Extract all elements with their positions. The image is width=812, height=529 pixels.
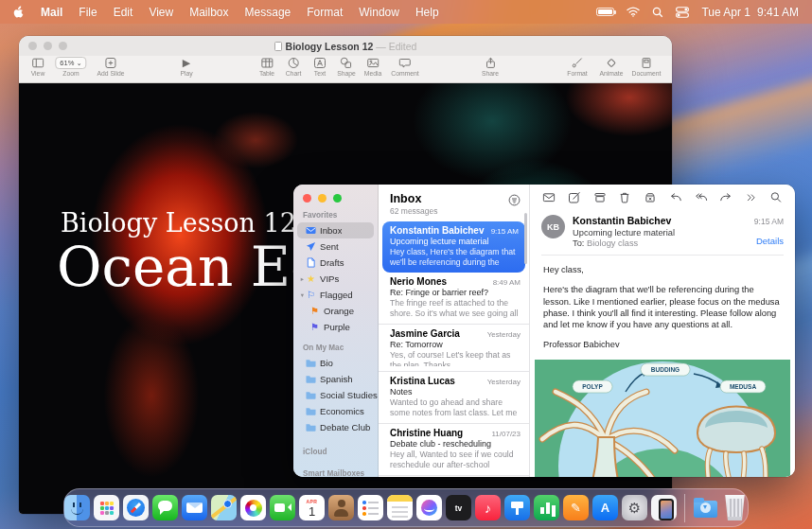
dock-mail-icon[interactable] — [182, 495, 207, 520]
chevron-right-icon[interactable]: ▸ — [299, 275, 306, 283]
dock-contacts-icon[interactable] — [328, 495, 354, 520]
delete-button[interactable] — [618, 191, 631, 203]
menu-edit[interactable]: Edit — [114, 6, 133, 19]
dock-keynote-icon[interactable] — [504, 495, 530, 520]
dock-safari-icon[interactable] — [123, 495, 149, 520]
keynote-chart-button[interactable]: Chart — [286, 56, 302, 77]
dock-appstore-icon[interactable]: A — [592, 495, 618, 520]
message-row[interactable]: Kristina LucasYesterday Notes Wanted to … — [379, 371, 529, 423]
dock-trash-icon[interactable] — [722, 495, 748, 520]
keynote-document-button[interactable]: Document — [632, 56, 662, 77]
sidebar-item-orange-flag[interactable]: ⚑ Orange — [293, 303, 378, 319]
sidebar-item-bio[interactable]: Bio — [293, 355, 378, 371]
more-actions-button[interactable] — [745, 192, 757, 203]
sidebar-header-icloud[interactable]: iCloud — [293, 435, 378, 459]
battery-icon[interactable] — [596, 8, 614, 16]
search-icon[interactable] — [769, 191, 783, 203]
archive-button[interactable] — [593, 191, 607, 203]
forward-button[interactable] — [719, 191, 733, 203]
sidebar-item-vips[interactable]: ▸ ★ VIPs — [293, 271, 378, 287]
close-button[interactable] — [303, 194, 311, 203]
dock-settings-icon[interactable]: ⚙ — [622, 495, 647, 520]
dock-launchpad-icon[interactable] — [94, 495, 119, 520]
dock-finder-icon[interactable] — [64, 495, 90, 520]
keynote-share-button[interactable]: Share — [482, 56, 499, 77]
sidebar-header-on-my-mac: On My Mac — [293, 335, 378, 355]
zoom-value-dropdown[interactable]: 61% ⌄ — [55, 57, 86, 69]
message-row[interactable]: Nerio Mones8:49 AM Re: Fringe or barrier… — [379, 273, 529, 324]
message-row[interactable]: Christine Huang11/07/23 Debate club - re… — [379, 423, 529, 475]
menu-bar-clock[interactable]: Tue Apr 1 9:41 AM — [701, 6, 799, 19]
wifi-icon[interactable] — [627, 7, 640, 17]
spotlight-search-icon[interactable] — [652, 7, 663, 18]
dock-messages-icon[interactable] — [152, 495, 178, 520]
reply-all-button[interactable] — [695, 191, 708, 203]
keynote-format-button[interactable]: Format — [567, 56, 588, 77]
menu-file[interactable]: File — [79, 6, 97, 19]
menu-window[interactable]: Window — [359, 6, 399, 19]
filter-icon[interactable] — [508, 194, 521, 208]
sidebar-item-flagged[interactable]: ▾ ⚐ Flagged — [293, 287, 378, 303]
keynote-text-button[interactable]: Text — [314, 56, 327, 77]
keynote-comment-button[interactable]: Comment — [391, 56, 418, 77]
keynote-zoom-control[interactable]: 61% ⌄ Zoom — [55, 56, 86, 77]
message-row-selected[interactable]: Konstantin Babichev9:15 AM Upcoming lect… — [382, 221, 525, 273]
keynote-add-slide-button[interactable]: Add Slide — [97, 56, 124, 77]
apple-menu[interactable] — [13, 6, 25, 19]
dock-reminders-icon[interactable] — [358, 495, 383, 520]
medusa-label: MEDUSA — [730, 383, 756, 390]
sidebar-item-inbox[interactable]: Inbox — [297, 222, 374, 238]
sidebar-item-spanish[interactable]: Spanish — [293, 371, 378, 387]
control-center-icon[interactable] — [676, 7, 689, 18]
menu-message[interactable]: Message — [245, 6, 291, 19]
dock-appletv-icon[interactable]: tv — [446, 495, 471, 520]
message-header: KB Konstantin Babichev Upcoming lecture … — [530, 210, 795, 255]
keynote-titlebar[interactable]: Biology Lesson 12 — Edited — [19, 36, 672, 56]
dock-downloads-folder-icon[interactable] — [693, 495, 718, 520]
keynote-table-button[interactable]: Table — [259, 56, 274, 77]
scrollbar[interactable] — [524, 213, 527, 264]
keynote-play-button[interactable]: ▶ Play — [180, 56, 192, 77]
keynote-animate-button[interactable]: Animate — [600, 56, 624, 77]
menu-view[interactable]: View — [149, 6, 173, 19]
menu-app-name[interactable]: Mail — [41, 6, 62, 19]
dock-freeform-icon[interactable] — [416, 495, 442, 520]
message-row[interactable]: Jasmine GarciaYesterday Re: Tomorrow Yes… — [379, 324, 529, 371]
menu-mailbox[interactable]: Mailbox — [189, 6, 228, 19]
sidebar-item-purple-flag[interactable]: ⚑ Purple — [293, 319, 378, 335]
keynote-window-title: Biology Lesson 12 — Edited — [19, 41, 672, 52]
keynote-view-button[interactable]: View — [31, 56, 45, 77]
zoom-button[interactable] — [333, 194, 342, 203]
sidebar-item-drafts[interactable]: Drafts — [293, 255, 378, 271]
sidebar-item-sent[interactable]: Sent — [293, 238, 378, 255]
menu-help[interactable]: Help — [415, 6, 439, 19]
mail-traffic-lights[interactable] — [293, 185, 378, 203]
dock-maps-icon[interactable] — [211, 495, 237, 520]
message-row[interactable]: Darla Davidson11/05/23 Tomorrow's class … — [379, 475, 529, 477]
details-link[interactable]: Details — [754, 236, 784, 246]
keynote-shape-button[interactable]: Shape — [337, 56, 356, 77]
sidebar-item-economics[interactable]: Economics — [293, 403, 378, 419]
chevron-down-icon[interactable]: ▾ — [299, 291, 306, 299]
get-mail-button[interactable] — [542, 191, 556, 203]
junk-button[interactable] — [644, 191, 657, 203]
mail-message-viewer: KB Konstantin Babichev Upcoming lecture … — [530, 185, 795, 477]
dock-facetime-icon[interactable] — [270, 495, 295, 520]
sidebar-item-debate-club[interactable]: Debate Club — [293, 419, 378, 435]
dock-music-icon[interactable]: ♪ — [475, 495, 501, 520]
compose-button[interactable] — [568, 191, 581, 203]
flag-icon: ⚐ — [306, 290, 316, 300]
sidebar-header-smart-mailboxes[interactable]: Smart Mailboxes — [293, 459, 378, 477]
sidebar-item-social-studies[interactable]: Social Studies — [293, 387, 378, 403]
keynote-media-button[interactable]: Media — [364, 56, 382, 77]
dock-notes-icon[interactable] — [387, 495, 413, 520]
minimize-button[interactable] — [318, 194, 327, 203]
recipient-line: To: Biology class — [573, 238, 754, 248]
menu-format[interactable]: Format — [307, 6, 343, 19]
reply-button[interactable] — [669, 191, 682, 203]
dock-photos-icon[interactable] — [240, 495, 266, 520]
dock-calendar-icon[interactable]: APR 1 — [299, 495, 325, 520]
dock-numbers-icon[interactable] — [534, 495, 559, 520]
dock-iphone-mirroring-icon[interactable] — [651, 495, 677, 520]
dock-pages-icon[interactable]: ✎ — [563, 495, 589, 520]
